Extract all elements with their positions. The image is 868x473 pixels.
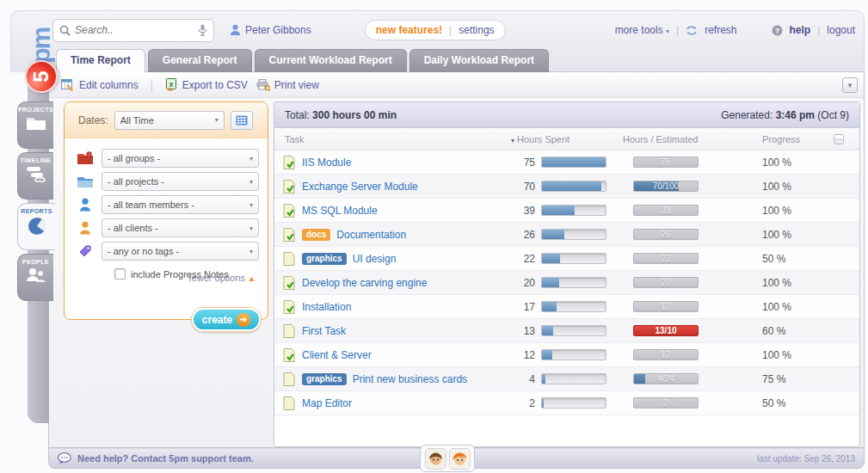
- logo-pm-text: pm: [27, 27, 56, 64]
- hours-estimated-pill: 20: [633, 277, 699, 288]
- sidebar-item-projects[interactable]: PROJECTS: [17, 101, 53, 149]
- hours-spent-value: 17: [511, 301, 535, 313]
- report-tabs: Time Report General Report Current Workl…: [56, 49, 549, 72]
- task-link[interactable]: UI design: [353, 253, 397, 265]
- refresh-icon[interactable]: [686, 25, 698, 36]
- calendar-button[interactable]: [231, 111, 253, 130]
- table-row[interactable]: Client & Server 12 12 100 %: [274, 343, 859, 367]
- task-icon: [283, 252, 296, 266]
- create-button[interactable]: create ➔: [192, 308, 261, 331]
- task-link[interactable]: Documentation: [336, 229, 406, 241]
- top-bar: Peter Gibbons new features! | settings m…: [10, 10, 865, 72]
- hours-spent-value: 12: [511, 349, 535, 361]
- progress-value: 100 %: [709, 157, 834, 169]
- help-link[interactable]: help: [790, 24, 811, 36]
- hours-spent-bar: [541, 325, 606, 336]
- sort-desc-icon: ▾: [511, 137, 514, 144]
- 5pm-logo[interactable]: pm 5: [21, 19, 65, 105]
- edit-columns-button[interactable]: Edit columns: [61, 79, 139, 91]
- task-link[interactable]: Map Editor: [302, 397, 352, 409]
- fewer-options-link[interactable]: fewer options ▲: [189, 273, 255, 283]
- tab-time-report[interactable]: Time Report: [56, 49, 145, 72]
- clients-select[interactable]: - all clients -▾: [102, 218, 259, 237]
- task-link[interactable]: Client & Server: [302, 349, 372, 361]
- search-box[interactable]: [52, 19, 214, 42]
- print-view-icon: [256, 79, 270, 91]
- logout-link[interactable]: logout: [827, 24, 855, 36]
- more-tools-menu[interactable]: more tools ▾: [615, 24, 669, 36]
- task-link[interactable]: IIS Module: [302, 157, 351, 169]
- export-csv-button[interactable]: X Export to CSV: [165, 78, 248, 91]
- search-input[interactable]: [75, 24, 194, 36]
- task-link[interactable]: Exchange Server Module: [302, 181, 418, 193]
- hours-spent-bar: [541, 277, 606, 288]
- sidebar-item-reports[interactable]: REPORTS: [17, 203, 55, 250]
- hours-spent-value: 26: [511, 229, 535, 241]
- hours-estimated-pill: 4/24: [633, 373, 699, 384]
- print-view-button[interactable]: Print view: [256, 79, 319, 91]
- task-link[interactable]: First Task: [302, 325, 346, 337]
- hours-spent-value: 4: [511, 373, 535, 385]
- refresh-link[interactable]: refresh: [705, 24, 736, 36]
- generated-timestamp: Generated: 3:46 pm (Oct 9): [721, 109, 849, 121]
- avatar[interactable]: [425, 448, 446, 470]
- projects-select[interactable]: - all projects -▾: [102, 172, 259, 191]
- column-task[interactable]: Task: [274, 134, 511, 144]
- report-toolbar: Edit columns | X Export to CSV Print vie…: [49, 72, 864, 98]
- hours-estimated-pill: 26: [633, 229, 699, 240]
- table-row[interactable]: MS SQL Module 39 39 100 %: [274, 199, 859, 223]
- support-link[interactable]: Need help? Contact 5pm support team.: [58, 452, 254, 464]
- dates-select[interactable]: All Time▾: [114, 111, 225, 130]
- projects-folder-icon: [25, 114, 47, 132]
- svg-text:X: X: [169, 81, 174, 89]
- avatar[interactable]: [449, 448, 471, 470]
- table-row[interactable]: IIS Module 75 75 100 %: [274, 150, 859, 175]
- team-members-select[interactable]: - all team members -▾: [102, 195, 259, 214]
- task-link[interactable]: Print new business cards: [353, 373, 467, 385]
- task-icon: [283, 396, 296, 410]
- tab-general-report[interactable]: General Report: [148, 49, 252, 72]
- sidebar-item-people[interactable]: PEOPLE: [17, 254, 53, 301]
- hours-estimated-value: 17: [661, 302, 670, 311]
- hours-estimated-pill: 70/100: [633, 181, 699, 192]
- microphone-icon[interactable]: [198, 24, 207, 36]
- table-row[interactable]: docs Documentation 26 26 100 %: [274, 223, 859, 247]
- dates-row: Dates: All Time▾: [65, 102, 268, 138]
- hours-estimated-value: 12: [661, 350, 670, 359]
- columns-menu-button[interactable]: ⋯: [834, 134, 844, 144]
- sidebar-item-timeline[interactable]: TIMELINE: [17, 152, 53, 200]
- table-row[interactable]: First Task 13 13/10 60 %: [274, 319, 859, 343]
- tag-icon: [77, 244, 94, 258]
- column-progress[interactable]: Progress: [709, 134, 834, 144]
- table-row[interactable]: Develop the carving engine 20 20 100 %: [274, 271, 859, 295]
- table-row[interactable]: graphics UI design 22 22 50 %: [274, 247, 859, 271]
- column-hours-spent[interactable]: ▾Hours Spent: [511, 134, 623, 144]
- new-features-link[interactable]: new features!: [376, 24, 442, 36]
- tab-current-workload-report[interactable]: Current Workload Report: [255, 49, 407, 72]
- task-tag: graphics: [302, 253, 347, 265]
- table-row[interactable]: Installation 17 17 100 %: [274, 295, 859, 319]
- tags-select[interactable]: - any or no tags -▾: [102, 242, 259, 261]
- table-row[interactable]: Exchange Server Module 70 70/100 100 %: [274, 175, 859, 199]
- tab-daily-workload-report[interactable]: Daily Workload Report: [409, 49, 549, 72]
- task-icon: [283, 276, 296, 290]
- hours-estimated-value: 13/10: [655, 326, 676, 335]
- export-csv-icon: X: [165, 78, 178, 91]
- total-hours: Total: 300 hours 00 min: [285, 109, 397, 121]
- progress-notes-checkbox[interactable]: [114, 268, 126, 280]
- progress-value: 60 %: [709, 325, 834, 337]
- settings-link[interactable]: settings: [459, 24, 494, 36]
- task-link[interactable]: Installation: [302, 301, 351, 313]
- task-link[interactable]: Develop the carving engine: [302, 277, 427, 289]
- table-row[interactable]: graphics Print new business cards 4 4/24…: [274, 367, 859, 391]
- column-hours-estimated[interactable]: Hours / Estimated: [623, 134, 709, 144]
- dates-label: Dates:: [78, 114, 108, 126]
- groups-select[interactable]: - all groups -▾: [102, 149, 259, 168]
- hours-spent-bar: [541, 349, 606, 360]
- toolbar-dropdown-button[interactable]: ▾: [842, 77, 858, 93]
- user-menu[interactable]: Peter Gibbons: [230, 24, 311, 36]
- task-link[interactable]: MS SQL Module: [302, 205, 378, 217]
- timeline-bars-icon: [25, 165, 47, 182]
- table-row[interactable]: Map Editor 2 2 50 %: [274, 391, 859, 415]
- hours-spent-bar: [541, 229, 606, 240]
